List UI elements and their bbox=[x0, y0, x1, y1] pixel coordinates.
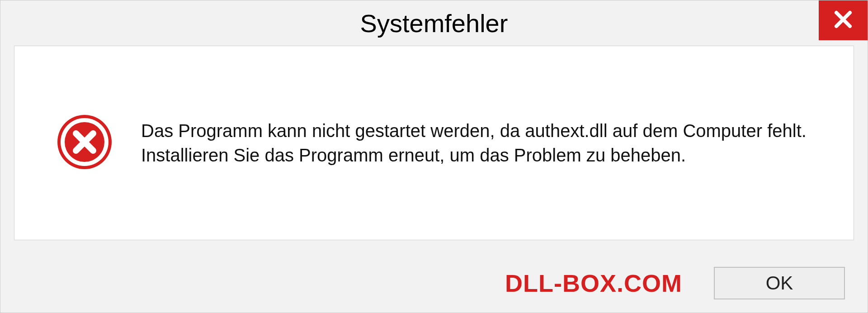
ok-button[interactable]: OK bbox=[714, 267, 845, 299]
watermark-text: DLL-BOX.COM bbox=[505, 269, 682, 297]
close-icon bbox=[832, 8, 854, 33]
ok-button-label: OK bbox=[766, 272, 793, 294]
error-message: Das Programm kann nicht gestartet werden… bbox=[141, 119, 813, 167]
error-icon bbox=[55, 113, 114, 173]
dialog-header: Systemfehler bbox=[0, 0, 868, 46]
close-button[interactable] bbox=[819, 0, 868, 40]
dialog-content: Das Programm kann nicht gestartet werden… bbox=[14, 46, 854, 240]
dialog-footer: DLL-BOX.COM OK bbox=[0, 254, 868, 313]
dialog-title: Systemfehler bbox=[360, 9, 508, 38]
